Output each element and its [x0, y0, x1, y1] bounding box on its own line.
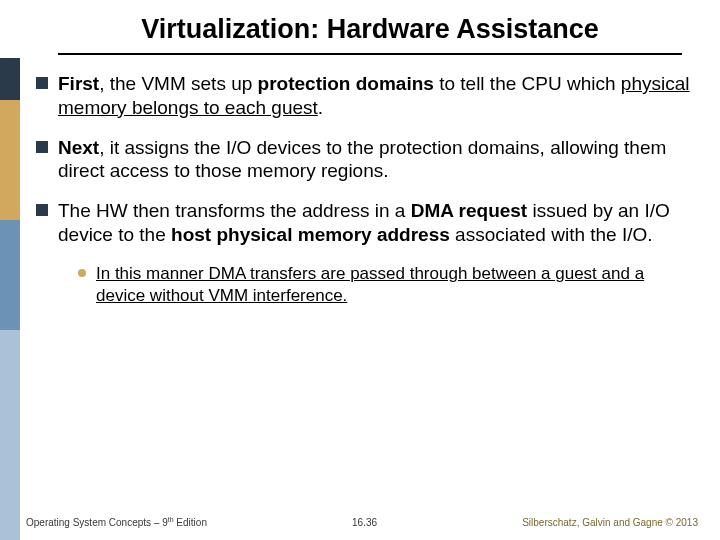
- round-bullet-icon: [78, 269, 86, 277]
- footer-right: Silberschatz, Galvin and Gagne © 2013: [522, 517, 698, 528]
- slide-title-wrap: Virtualization: Hardware Assistance: [20, 14, 720, 55]
- slide-title: Virtualization: Hardware Assistance: [133, 14, 607, 51]
- bullet-text: The HW then transforms the address in a …: [58, 199, 692, 247]
- footer-left: Operating System Concepts – 9th Edition: [26, 516, 207, 528]
- title-underline: [58, 53, 682, 55]
- decorative-sidebar: [0, 0, 20, 540]
- footer-page-number: 16.36: [352, 517, 377, 528]
- bullet-hw: The HW then transforms the address in a …: [36, 199, 692, 247]
- sub-bullet: In this manner DMA transfers are passed …: [78, 263, 692, 307]
- square-bullet-icon: [36, 204, 48, 216]
- sub-bullet-text: In this manner DMA transfers are passed …: [96, 263, 692, 307]
- bullet-text: First, the VMM sets up protection domain…: [58, 72, 692, 120]
- square-bullet-icon: [36, 77, 48, 89]
- bullet-first: First, the VMM sets up protection domain…: [36, 72, 692, 120]
- slide-body: First, the VMM sets up protection domain…: [36, 72, 692, 307]
- slide-footer: Operating System Concepts – 9th Edition …: [26, 516, 698, 528]
- bullet-next: Next, it assigns the I/O devices to the …: [36, 136, 692, 184]
- square-bullet-icon: [36, 141, 48, 153]
- bullet-text: Next, it assigns the I/O devices to the …: [58, 136, 692, 184]
